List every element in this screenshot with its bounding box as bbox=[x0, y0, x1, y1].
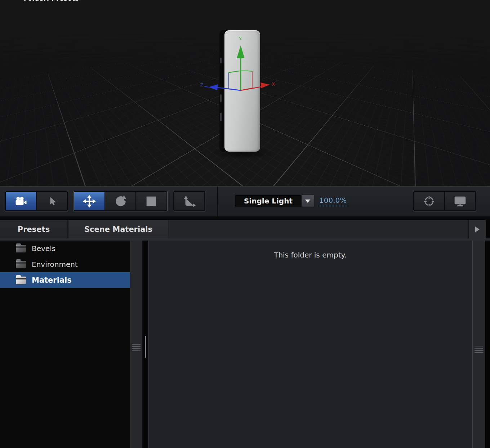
camera-icon bbox=[16, 200, 23, 205]
folder-list: Bevels Environment Materials bbox=[0, 241, 130, 448]
gizmo-x-arrowhead[interactable] bbox=[260, 82, 270, 88]
phone-side-button bbox=[220, 94, 222, 102]
target-icon bbox=[424, 196, 434, 206]
rotate-tool-button[interactable] bbox=[105, 192, 135, 210]
grip-icon[interactable] bbox=[475, 346, 483, 354]
center-view-button[interactable] bbox=[414, 192, 444, 210]
light-mode-value: Single Light bbox=[235, 195, 301, 207]
empty-folder-message: This folder is empty. bbox=[274, 251, 347, 259]
cursor-icon bbox=[50, 197, 56, 205]
folder-label: Bevels bbox=[32, 244, 55, 253]
preview-zoom-value[interactable]: 100.0% bbox=[319, 196, 347, 206]
browser-panels: Bevels Environment Materials This folder… bbox=[0, 241, 490, 448]
gizmo-y-arrowhead[interactable] bbox=[237, 45, 245, 58]
tab-presets[interactable]: Presets bbox=[0, 220, 67, 238]
viewport-folder-label: Folder: Presets bbox=[24, 0, 79, 2]
window-right-edge bbox=[485, 241, 490, 448]
gizmo-x-label: X bbox=[272, 81, 275, 87]
folder-label: Materials bbox=[32, 276, 72, 285]
fullscreen-preview-button[interactable] bbox=[445, 192, 475, 210]
gizmo-z-axis[interactable] bbox=[217, 88, 241, 90]
tab-scene-materials[interactable]: Scene Materials bbox=[68, 220, 168, 238]
gizmo-z-label: Z bbox=[200, 82, 204, 88]
folder-item-materials[interactable]: Materials bbox=[0, 272, 130, 288]
viewport-toolbar: Single Light 100.0% bbox=[0, 186, 490, 216]
select-tool-button[interactable] bbox=[37, 192, 67, 210]
folder-item-bevels[interactable]: Bevels bbox=[0, 241, 130, 256]
viewport-3d[interactable]: Y Z X Folder: Presets bbox=[0, 0, 490, 186]
gizmo-z-arrowhead[interactable] bbox=[209, 84, 218, 90]
scrollbar-thumb[interactable] bbox=[145, 336, 146, 358]
axes-icon bbox=[186, 198, 193, 205]
folder-scrollbar[interactable] bbox=[142, 241, 148, 448]
move-tool-button[interactable] bbox=[74, 192, 104, 210]
dropdown-arrow-icon[interactable] bbox=[301, 195, 314, 207]
camera-select-group bbox=[5, 191, 68, 211]
transform-tools-group bbox=[74, 191, 167, 211]
folder-item-environment[interactable]: Environment bbox=[0, 256, 130, 272]
panel-splitter-right[interactable] bbox=[473, 241, 485, 448]
gizmo-x-axis[interactable] bbox=[241, 87, 261, 90]
camera-orbit-button[interactable] bbox=[6, 192, 36, 210]
panel-expand-button[interactable] bbox=[468, 220, 486, 238]
grip-icon[interactable] bbox=[132, 344, 141, 352]
view-utility-group bbox=[413, 191, 476, 211]
browser-tab-bar: Presets Scene Materials bbox=[0, 220, 490, 238]
light-mode-dropdown[interactable]: Single Light bbox=[235, 195, 314, 207]
folder-content-panel[interactable]: This folder is empty. bbox=[148, 241, 472, 448]
toolbar-separator bbox=[217, 187, 218, 217]
tab-bar-edge bbox=[486, 220, 490, 238]
panel-splitter-left[interactable] bbox=[130, 241, 142, 448]
axes-mode-button[interactable] bbox=[174, 192, 204, 210]
folder-icon bbox=[16, 277, 26, 284]
folder-icon bbox=[16, 245, 26, 252]
expand-arrow-icon bbox=[475, 226, 480, 233]
phone-side-button bbox=[220, 113, 222, 121]
folder-label: Environment bbox=[32, 260, 78, 269]
transform-gizmo[interactable]: Y Z X bbox=[193, 32, 279, 95]
axes-group bbox=[173, 191, 205, 211]
tab-bar-spacer bbox=[168, 220, 468, 238]
folder-icon bbox=[16, 261, 26, 268]
scene-setup-window: Y Z X Folder: Presets bbox=[0, 0, 490, 448]
toolbar-panel-divider bbox=[0, 216, 490, 220]
scale-tool-button[interactable] bbox=[136, 192, 166, 210]
gizmo-y-label: Y bbox=[239, 36, 242, 41]
